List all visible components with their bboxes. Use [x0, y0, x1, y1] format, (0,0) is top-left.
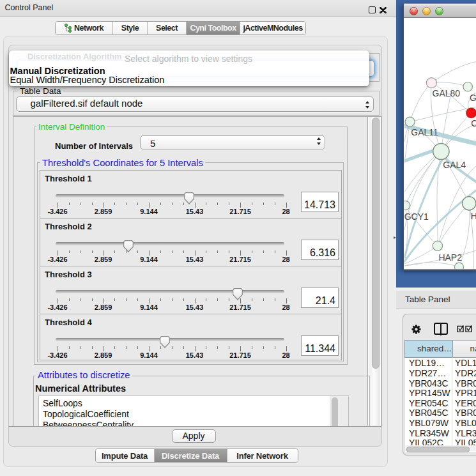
- svg-text:GAL11: GAL11: [411, 127, 438, 137]
- svg-text:GAL4: GAL4: [443, 160, 466, 170]
- svg-text:GAL3: GAL3: [470, 93, 476, 103]
- svg-text:HAP2: HAP2: [438, 252, 462, 263]
- svg-text:C: C: [471, 118, 476, 128]
- svg-text:GAL80: GAL80: [432, 88, 460, 98]
- svg-text:HIS4: HIS4: [471, 211, 476, 221]
- svg-text:GCY1: GCY1: [404, 211, 429, 222]
